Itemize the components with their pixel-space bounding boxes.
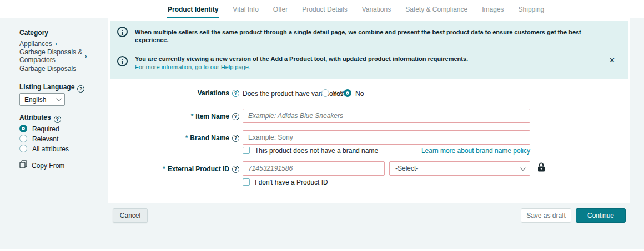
- required-marker: *: [185, 134, 188, 142]
- copy-from-button[interactable]: Copy From: [19, 160, 64, 171]
- required-marker: *: [191, 112, 194, 120]
- continue-button[interactable]: Continue: [576, 208, 626, 223]
- category-leaf-garbage-disposals[interactable]: Garbage Disposals: [19, 65, 76, 73]
- attributes-label: Attributes?: [19, 114, 61, 123]
- listing-language-label: Listing Language?: [19, 83, 84, 93]
- info-icon: i: [117, 27, 128, 37]
- help-icon[interactable]: ?: [232, 113, 239, 120]
- tab-product-details[interactable]: Product Details: [301, 0, 348, 18]
- info-icon: i: [117, 56, 128, 66]
- no-brand-checkbox[interactable]: [243, 147, 250, 154]
- attributes-radio-relevant-label[interactable]: Relevant: [32, 135, 58, 143]
- external-product-id-label-text: External Product ID: [168, 165, 229, 173]
- product-id-type-value: -Select-: [395, 165, 418, 172]
- new-version-banner-text: You are currently viewing a new version …: [135, 55, 579, 63]
- combined-listing-banner-text: When multiple sellers sell the same prod…: [135, 28, 607, 44]
- tab-variations[interactable]: Variations: [361, 0, 392, 18]
- attributes-radio-relevant[interactable]: [19, 135, 27, 142]
- brand-name-input[interactable]: [243, 130, 530, 145]
- add-product-page: Product Identity Vital Info Offer Produc…: [0, 0, 644, 251]
- item-name-label-text: Item Name: [195, 112, 229, 120]
- category-root-label: Appliances: [19, 40, 52, 48]
- tab-offer[interactable]: Offer: [272, 0, 289, 18]
- help-icon[interactable]: ?: [77, 85, 84, 93]
- tab-vital-info[interactable]: Vital Info: [232, 0, 259, 18]
- variations-label-text: Variations: [198, 89, 229, 97]
- no-brand-checkbox-label[interactable]: This product does not have a brand name: [255, 147, 378, 155]
- brand-name-label-text: Brand Name: [190, 134, 229, 142]
- tab-safety-compliance[interactable]: Safety & Compliance: [404, 0, 469, 18]
- tab-images[interactable]: Images: [481, 0, 505, 18]
- help-icon[interactable]: ?: [232, 166, 239, 173]
- help-icon[interactable]: ?: [232, 135, 239, 142]
- tab-product-identity[interactable]: Product Identity: [167, 0, 219, 18]
- listing-language-text: Listing Language: [19, 83, 74, 91]
- attributes-radio-all[interactable]: [19, 145, 27, 152]
- attributes-radio-all-label[interactable]: All attributes: [32, 145, 69, 153]
- tab-strip: Product Identity Vital Info Offer Produc…: [167, 0, 545, 18]
- tab-shipping[interactable]: Shipping: [517, 0, 546, 18]
- chevron-right-icon: ›: [55, 39, 57, 48]
- listing-language-value: English: [24, 96, 46, 104]
- external-product-id-input[interactable]: [243, 161, 385, 176]
- variations-label: Variations?: [198, 89, 239, 97]
- brand-name-label: * Brand Name?: [185, 134, 239, 142]
- variations-radio-yes[interactable]: [321, 89, 329, 97]
- chevron-right-icon[interactable]: ›: [84, 51, 87, 60]
- category-heading: Category: [19, 29, 48, 37]
- variations-yes-label[interactable]: Yes: [333, 90, 344, 98]
- listing-language-select[interactable]: English: [19, 93, 65, 106]
- save-as-draft-button[interactable]: Save as draft: [521, 208, 571, 223]
- attributes-radio-required-label[interactable]: Required: [32, 125, 59, 133]
- cancel-button[interactable]: Cancel: [113, 208, 148, 223]
- brand-policy-link[interactable]: Learn more about brand name policy: [421, 147, 530, 155]
- item-name-label: * Item Name?: [191, 112, 239, 120]
- category-mid-garbage-disposals-compactors[interactable]: Garbage Disposals & Compactors: [19, 48, 84, 64]
- required-marker: *: [163, 165, 165, 173]
- chevron-down-icon: [56, 96, 62, 101]
- info-banner-group: i When multiple sellers sell the same pr…: [110, 21, 628, 79]
- variations-no-label[interactable]: No: [355, 90, 364, 98]
- external-product-id-type-select[interactable]: -Select-: [389, 161, 530, 176]
- chevron-down-icon: [520, 165, 526, 171]
- copy-from-label: Copy From: [32, 162, 64, 170]
- lock-icon: [537, 162, 545, 174]
- help-page-link[interactable]: For more information, go to our Help pag…: [135, 64, 250, 70]
- top-tab-bar: Product Identity Vital Info Offer Produc…: [0, 0, 644, 18]
- variations-radio-no[interactable]: [344, 89, 351, 97]
- help-icon[interactable]: ?: [232, 90, 239, 97]
- no-product-id-checkbox-label[interactable]: I don't have a Product ID: [255, 178, 328, 186]
- no-product-id-checkbox[interactable]: [243, 178, 250, 186]
- item-name-input[interactable]: [243, 109, 530, 123]
- attributes-radio-required[interactable]: [19, 125, 27, 132]
- help-icon[interactable]: ?: [54, 116, 61, 123]
- copy-icon: [19, 160, 27, 171]
- close-icon[interactable]: ✕: [609, 57, 615, 64]
- category-root-appliances[interactable]: Appliances›: [19, 39, 57, 48]
- external-product-id-label: * External Product ID?: [163, 165, 239, 173]
- attributes-text: Attributes: [19, 114, 51, 121]
